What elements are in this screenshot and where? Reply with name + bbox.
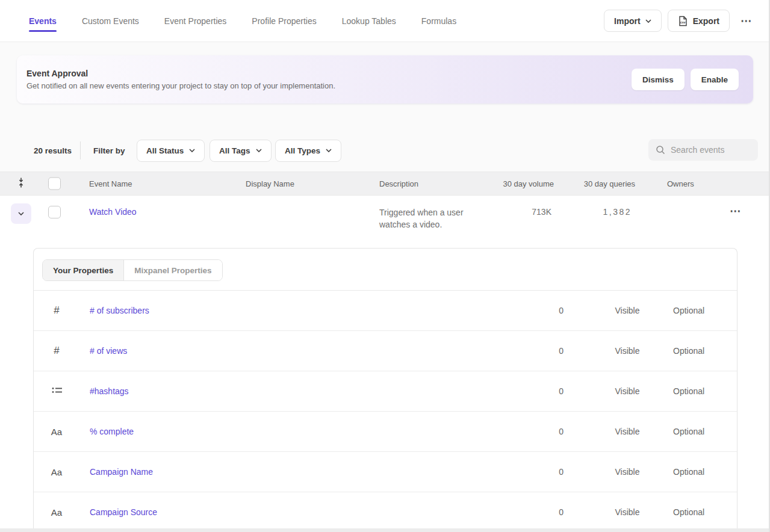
nav-tab-custom-events[interactable]: Custom Events: [82, 0, 139, 42]
search-box[interactable]: [648, 139, 758, 161]
property-volume: 0: [515, 507, 564, 517]
nav-tab-label: Profile Properties: [252, 16, 316, 26]
filter-by-label: Filter by: [93, 146, 125, 155]
divider: [80, 141, 81, 159]
event-name-link[interactable]: Watch Video: [89, 207, 137, 217]
property-visibility[interactable]: Visible: [606, 507, 648, 517]
expand-row-button[interactable]: [11, 203, 31, 224]
chevron-down-icon: [645, 19, 651, 23]
export-button[interactable]: csv Export: [668, 10, 730, 32]
column-owners: Owners: [667, 179, 694, 188]
property-requirement[interactable]: Optional: [673, 306, 704, 315]
property-visibility[interactable]: Visible: [606, 306, 648, 315]
property-name-link[interactable]: Campaign Name: [90, 467, 153, 477]
property-row: Aa Campaign Source 0 Visible Optional: [34, 492, 737, 532]
text-type-icon: Aa: [50, 467, 63, 477]
select-all-checkbox[interactable]: [48, 178, 61, 190]
nav-tabs: Events Custom Events Event Properties Pr…: [29, 0, 456, 42]
column-display-name: Display Name: [246, 179, 294, 188]
property-row: Aa Campaign Name 0 Visible Optional: [34, 452, 737, 492]
column-description: Description: [379, 179, 418, 188]
property-name-link[interactable]: #hashtags: [90, 386, 129, 396]
nav-tab-event-properties[interactable]: Event Properties: [164, 0, 227, 42]
list-type-icon: [51, 386, 64, 396]
property-name-link[interactable]: % complete: [90, 427, 134, 436]
search-icon: [656, 145, 665, 155]
enable-button[interactable]: Enable: [691, 69, 739, 90]
import-label: Import: [614, 16, 641, 26]
export-label: Export: [693, 16, 719, 26]
property-visibility[interactable]: Visible: [606, 467, 648, 477]
chevron-down-icon: [256, 149, 262, 152]
tab-your-properties[interactable]: Your Properties: [43, 260, 124, 280]
results-count: 20 results: [34, 146, 72, 155]
banner-title: Event Approval: [26, 69, 335, 78]
property-name-link[interactable]: Campaign Source: [90, 507, 157, 517]
property-visibility[interactable]: Visible: [606, 386, 648, 396]
types-filter-dropdown[interactable]: All Types: [275, 140, 341, 162]
import-button[interactable]: Import: [604, 10, 662, 32]
text-type-icon: Aa: [50, 507, 63, 518]
property-row: # # of views 0 Visible Optional: [34, 331, 737, 371]
property-visibility[interactable]: Visible: [606, 346, 648, 356]
bottom-edge: [0, 528, 770, 532]
column-queries: 30 day queries: [563, 179, 635, 188]
collapse-all-icon[interactable]: [16, 178, 26, 190]
property-requirement[interactable]: Optional: [673, 507, 704, 517]
nav-tab-formulas[interactable]: Formulas: [421, 0, 456, 42]
column-volume: 30 day volume: [476, 179, 554, 188]
property-requirement[interactable]: Optional: [673, 467, 704, 477]
property-name-link[interactable]: # of subscribers: [90, 306, 149, 315]
dismiss-button[interactable]: Dismiss: [632, 69, 685, 90]
property-row: # # of subscribers 0 Visible Optional: [34, 291, 737, 331]
number-type-icon: #: [50, 305, 63, 317]
table-row: Watch Video Triggered when a user watche…: [0, 196, 770, 242]
property-volume: 0: [515, 306, 564, 315]
top-navigation: Events Custom Events Event Properties Pr…: [0, 0, 770, 42]
property-volume: 0: [515, 346, 564, 356]
properties-panel: Your Properties Mixpanel Properties # # …: [33, 248, 737, 532]
nav-tab-profile-properties[interactable]: Profile Properties: [252, 0, 316, 42]
property-requirement[interactable]: Optional: [673, 386, 704, 396]
nav-tab-label: Formulas: [421, 16, 456, 26]
column-event-name: Event Name: [89, 179, 132, 188]
event-volume: 713K: [476, 207, 551, 217]
table-header: Event Name Display Name Description 30 d…: [0, 172, 770, 196]
property-volume: 0: [515, 427, 564, 436]
nav-tab-lookup-tables[interactable]: Lookup Tables: [342, 0, 396, 42]
event-approval-banner: Event Approval Get notified on all new e…: [17, 55, 753, 104]
property-volume: 0: [515, 386, 564, 396]
tags-filter-dropdown[interactable]: All Tags: [210, 140, 272, 162]
nav-tab-label: Custom Events: [82, 16, 139, 26]
banner-actions: Dismiss Enable: [632, 69, 739, 90]
nav-tab-events[interactable]: Events: [29, 0, 57, 42]
property-rows: # # of subscribers 0 Visible Optional # …: [34, 291, 737, 532]
property-row: #hashtags 0 Visible Optional: [34, 371, 737, 412]
nav-tab-label: Event Properties: [164, 16, 227, 26]
property-requirement[interactable]: Optional: [673, 346, 704, 356]
property-name-link[interactable]: # of views: [90, 346, 127, 356]
event-queries: 1,382: [563, 207, 632, 217]
more-menu-button[interactable]: ⋯: [736, 15, 757, 26]
chevron-down-icon: [189, 149, 195, 152]
nav-actions: Import csv Export ⋯: [604, 10, 757, 32]
csv-file-icon: csv: [678, 16, 688, 26]
row-more-menu-button[interactable]: ⋯: [730, 204, 741, 218]
property-visibility[interactable]: Visible: [606, 427, 648, 436]
nav-tab-label: Lookup Tables: [342, 16, 396, 26]
row-checkbox[interactable]: [48, 206, 61, 218]
event-description: Triggered when a user watches a video.: [379, 206, 477, 230]
property-requirement[interactable]: Optional: [673, 427, 704, 436]
chevron-down-icon: [326, 149, 332, 152]
banner-description: Get notified on all new events entering …: [26, 81, 335, 90]
status-filter-dropdown[interactable]: All Status: [137, 140, 205, 162]
svg-text:csv: csv: [680, 20, 686, 24]
banner-text: Event Approval Get notified on all new e…: [26, 69, 335, 90]
property-row: Aa % complete 0 Visible Optional: [34, 412, 737, 452]
filter-toolbar: 20 results Filter by All Status All Tags…: [0, 139, 770, 162]
number-type-icon: #: [50, 345, 63, 357]
search-input[interactable]: [671, 145, 749, 155]
nav-tab-label: Events: [29, 16, 57, 26]
text-type-icon: Aa: [50, 427, 63, 437]
tab-mixpanel-properties[interactable]: Mixpanel Properties: [124, 260, 222, 280]
